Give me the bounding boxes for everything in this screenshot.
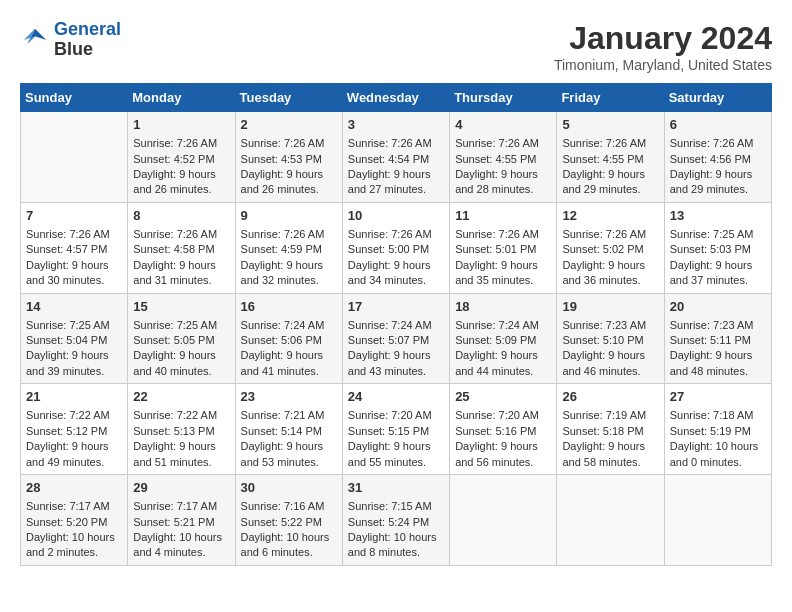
sunrise: Sunrise: 7:26 AM <box>562 228 646 240</box>
sunset: Sunset: 5:03 PM <box>670 243 751 255</box>
header-wednesday: Wednesday <box>342 84 449 112</box>
location: Timonium, Maryland, United States <box>554 57 772 73</box>
sunset: Sunset: 5:21 PM <box>133 516 214 528</box>
daylight: Daylight: 9 hours and 43 minutes. <box>348 349 431 376</box>
header-thursday: Thursday <box>450 84 557 112</box>
day-number: 31 <box>348 479 444 497</box>
sunrise: Sunrise: 7:17 AM <box>133 500 217 512</box>
sunset: Sunset: 5:24 PM <box>348 516 429 528</box>
sunrise: Sunrise: 7:25 AM <box>670 228 754 240</box>
daylight: Daylight: 9 hours and 46 minutes. <box>562 349 645 376</box>
calendar-cell: 3Sunrise: 7:26 AMSunset: 4:54 PMDaylight… <box>342 112 449 203</box>
sunset: Sunset: 5:16 PM <box>455 425 536 437</box>
sunset: Sunset: 5:01 PM <box>455 243 536 255</box>
daylight: Daylight: 9 hours and 27 minutes. <box>348 168 431 195</box>
sunrise: Sunrise: 7:20 AM <box>455 409 539 421</box>
daylight: Daylight: 9 hours and 28 minutes. <box>455 168 538 195</box>
day-number: 13 <box>670 207 766 225</box>
day-number: 4 <box>455 116 551 134</box>
sunset: Sunset: 5:00 PM <box>348 243 429 255</box>
sunrise: Sunrise: 7:26 AM <box>455 137 539 149</box>
sunset: Sunset: 4:53 PM <box>241 153 322 165</box>
calendar-cell <box>450 475 557 566</box>
calendar-cell: 5Sunrise: 7:26 AMSunset: 4:55 PMDaylight… <box>557 112 664 203</box>
sunset: Sunset: 5:18 PM <box>562 425 643 437</box>
sunset: Sunset: 5:09 PM <box>455 334 536 346</box>
sunset: Sunset: 5:13 PM <box>133 425 214 437</box>
calendar-cell: 12Sunrise: 7:26 AMSunset: 5:02 PMDayligh… <box>557 202 664 293</box>
day-number: 5 <box>562 116 658 134</box>
day-number: 20 <box>670 298 766 316</box>
sunrise: Sunrise: 7:26 AM <box>133 228 217 240</box>
header-monday: Monday <box>128 84 235 112</box>
sunrise: Sunrise: 7:15 AM <box>348 500 432 512</box>
sunset: Sunset: 5:10 PM <box>562 334 643 346</box>
sunset: Sunset: 5:02 PM <box>562 243 643 255</box>
calendar-week-row: 14Sunrise: 7:25 AMSunset: 5:04 PMDayligh… <box>21 293 772 384</box>
calendar-cell: 25Sunrise: 7:20 AMSunset: 5:16 PMDayligh… <box>450 384 557 475</box>
daylight: Daylight: 9 hours and 56 minutes. <box>455 440 538 467</box>
day-number: 19 <box>562 298 658 316</box>
sunrise: Sunrise: 7:24 AM <box>241 319 325 331</box>
day-number: 14 <box>26 298 122 316</box>
calendar-cell: 29Sunrise: 7:17 AMSunset: 5:21 PMDayligh… <box>128 475 235 566</box>
sunrise: Sunrise: 7:24 AM <box>455 319 539 331</box>
sunset: Sunset: 5:06 PM <box>241 334 322 346</box>
day-number: 30 <box>241 479 337 497</box>
sunrise: Sunrise: 7:23 AM <box>562 319 646 331</box>
sunset: Sunset: 5:07 PM <box>348 334 429 346</box>
daylight: Daylight: 9 hours and 29 minutes. <box>670 168 753 195</box>
daylight: Daylight: 10 hours and 2 minutes. <box>26 531 115 558</box>
sunrise: Sunrise: 7:21 AM <box>241 409 325 421</box>
sunrise: Sunrise: 7:25 AM <box>26 319 110 331</box>
calendar-week-row: 21Sunrise: 7:22 AMSunset: 5:12 PMDayligh… <box>21 384 772 475</box>
daylight: Daylight: 9 hours and 40 minutes. <box>133 349 216 376</box>
day-number: 2 <box>241 116 337 134</box>
day-number: 15 <box>133 298 229 316</box>
logo: General Blue <box>20 20 121 60</box>
calendar-cell: 30Sunrise: 7:16 AMSunset: 5:22 PMDayligh… <box>235 475 342 566</box>
day-number: 11 <box>455 207 551 225</box>
header-saturday: Saturday <box>664 84 771 112</box>
calendar-cell: 15Sunrise: 7:25 AMSunset: 5:05 PMDayligh… <box>128 293 235 384</box>
day-number: 1 <box>133 116 229 134</box>
daylight: Daylight: 9 hours and 44 minutes. <box>455 349 538 376</box>
calendar-cell: 9Sunrise: 7:26 AMSunset: 4:59 PMDaylight… <box>235 202 342 293</box>
sunset: Sunset: 4:55 PM <box>562 153 643 165</box>
day-number: 17 <box>348 298 444 316</box>
sunrise: Sunrise: 7:26 AM <box>348 228 432 240</box>
sunrise: Sunrise: 7:26 AM <box>348 137 432 149</box>
sunset: Sunset: 5:22 PM <box>241 516 322 528</box>
calendar-cell: 7Sunrise: 7:26 AMSunset: 4:57 PMDaylight… <box>21 202 128 293</box>
calendar-cell: 2Sunrise: 7:26 AMSunset: 4:53 PMDaylight… <box>235 112 342 203</box>
page-header: General Blue January 2024 Timonium, Mary… <box>20 20 772 73</box>
sunrise: Sunrise: 7:23 AM <box>670 319 754 331</box>
sunrise: Sunrise: 7:26 AM <box>455 228 539 240</box>
calendar-cell <box>21 112 128 203</box>
daylight: Daylight: 9 hours and 26 minutes. <box>133 168 216 195</box>
daylight: Daylight: 10 hours and 4 minutes. <box>133 531 222 558</box>
sunset: Sunset: 5:12 PM <box>26 425 107 437</box>
calendar-cell: 27Sunrise: 7:18 AMSunset: 5:19 PMDayligh… <box>664 384 771 475</box>
calendar-cell: 31Sunrise: 7:15 AMSunset: 5:24 PMDayligh… <box>342 475 449 566</box>
calendar-cell: 6Sunrise: 7:26 AMSunset: 4:56 PMDaylight… <box>664 112 771 203</box>
sunrise: Sunrise: 7:26 AM <box>241 137 325 149</box>
sunset: Sunset: 4:52 PM <box>133 153 214 165</box>
day-number: 10 <box>348 207 444 225</box>
calendar-cell: 23Sunrise: 7:21 AMSunset: 5:14 PMDayligh… <box>235 384 342 475</box>
day-number: 7 <box>26 207 122 225</box>
daylight: Daylight: 10 hours and 0 minutes. <box>670 440 759 467</box>
sunrise: Sunrise: 7:24 AM <box>348 319 432 331</box>
sunset: Sunset: 4:54 PM <box>348 153 429 165</box>
calendar-cell: 1Sunrise: 7:26 AMSunset: 4:52 PMDaylight… <box>128 112 235 203</box>
day-number: 3 <box>348 116 444 134</box>
sunset: Sunset: 4:59 PM <box>241 243 322 255</box>
sunset: Sunset: 5:05 PM <box>133 334 214 346</box>
daylight: Daylight: 9 hours and 37 minutes. <box>670 259 753 286</box>
logo-icon <box>20 25 50 55</box>
calendar-cell: 26Sunrise: 7:19 AMSunset: 5:18 PMDayligh… <box>557 384 664 475</box>
day-number: 8 <box>133 207 229 225</box>
sunset: Sunset: 5:04 PM <box>26 334 107 346</box>
daylight: Daylight: 9 hours and 58 minutes. <box>562 440 645 467</box>
sunrise: Sunrise: 7:26 AM <box>562 137 646 149</box>
